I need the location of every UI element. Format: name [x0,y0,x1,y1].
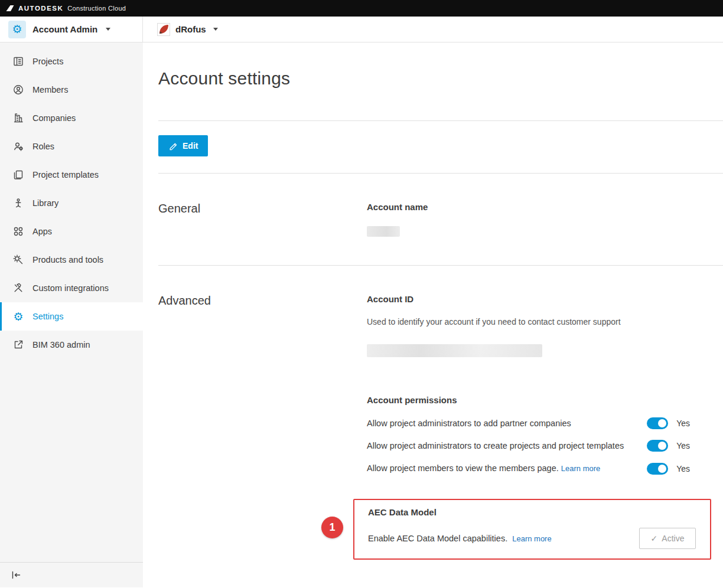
edit-button[interactable]: Edit [158,135,208,156]
account-id-value-redacted [367,344,542,357]
chevron-down-icon [106,28,110,31]
account-id-help-text: Used to identify your account if you nee… [367,317,711,326]
general-section: General Account name [158,174,723,265]
sidebar-item-projects[interactable]: Projects [0,47,143,76]
aec-description: Enable AEC Data Model capabilities. Lear… [368,534,552,543]
autodesk-logo-icon [6,5,14,12]
page-title: Account settings [158,68,723,89]
aec-active-button-label: Active [662,534,684,543]
aec-description-text: Enable AEC Data Model capabilities. [368,534,507,543]
sidebar-item-label: Apps [32,227,52,236]
pencil-icon [168,141,178,151]
members-icon [12,84,24,96]
companies-icon [12,112,24,124]
top-brand-bar: AUTODESK Construction Cloud [0,0,723,17]
permission-label: Allow project members to view the member… [367,462,639,475]
brand-name: AUTODESK [18,5,63,12]
toggle-knob [658,442,666,450]
main-content: Account settings Edit General Account na… [143,43,723,587]
toggle-create-projects-templates[interactable] [647,440,668,452]
products-tools-icon [12,254,24,266]
roles-icon [12,141,24,152]
divider [158,120,723,121]
permission-row: Allow project administrators to create p… [367,439,711,452]
sidebar-item-custom-integrations[interactable]: Custom integrations [0,274,143,302]
custom-integrations-icon [12,282,24,294]
toggle-value: Yes [676,419,690,428]
sidebar-item-label: Library [32,198,58,208]
module-switcher[interactable]: ⚙ Account Admin [0,17,143,42]
general-heading: General [158,202,367,237]
permission-label: Allow project administrators to create p… [367,439,639,452]
sidebar-item-label: Members [32,85,68,94]
aec-data-model-heading: AEC Data Model [368,507,696,517]
permission-row: Allow project administrators to add part… [367,417,711,430]
product-name: Construction Cloud [67,5,126,12]
sidebar-item-settings[interactable]: ⚙ Settings [0,302,143,331]
toggle-view-members-page[interactable] [647,463,668,475]
app-header: ⚙ Account Admin dRofus [0,17,723,43]
toggle-value: Yes [676,464,690,473]
permission-label: Allow project administrators to add part… [367,417,639,430]
sidebar-item-label: Project templates [32,170,99,179]
advanced-section: Advanced Account ID Used to identify you… [158,266,723,560]
sidebar-item-label: Projects [32,57,63,66]
sidebar: Projects Members Companies Roles Project… [0,43,143,587]
module-label: Account Admin [32,24,97,34]
annotation-highlight-box: 1 AEC Data Model Enable AEC Data Model c… [353,499,711,560]
toggle-add-partner-companies[interactable] [647,417,668,429]
permission-row: Allow project members to view the member… [367,462,711,475]
library-icon [12,197,24,209]
account-id-label: Account ID [367,294,711,304]
sidebar-footer [0,562,143,587]
sidebar-item-roles[interactable]: Roles [0,132,143,161]
drofus-logo-icon [157,23,170,36]
project-templates-icon [12,169,24,181]
aec-active-button[interactable]: ✓ Active [639,528,696,549]
sidebar-item-apps[interactable]: Apps [0,217,143,246]
sidebar-item-label: Products and tools [32,255,103,264]
annotation-step-badge: 1 [321,517,343,538]
sidebar-item-products-and-tools[interactable]: Products and tools [0,246,143,274]
toggle-knob [658,419,666,427]
sidebar-item-companies[interactable]: Companies [0,104,143,132]
sidebar-item-label: Settings [32,312,63,321]
sidebar-item-bim360-admin[interactable]: BIM 360 admin [0,331,143,359]
collapse-sidebar-button[interactable] [0,563,143,587]
account-name-value-redacted [367,226,400,237]
account-permissions-heading: Account permissions [367,395,711,405]
account-label: dRofus [175,24,206,34]
projects-icon [12,55,24,67]
collapse-sidebar-icon [10,569,22,581]
sidebar-item-members[interactable]: Members [0,76,143,104]
toggle-value: Yes [676,441,690,450]
apps-icon [12,226,24,237]
sidebar-item-label: Companies [32,113,76,123]
account-switcher[interactable]: dRofus [143,17,232,42]
account-name-label: Account name [367,202,711,212]
settings-icon: ⚙ [12,311,24,322]
sidebar-item-label: Roles [32,142,54,151]
learn-more-link[interactable]: Learn more [561,464,600,473]
check-icon: ✓ [651,534,658,543]
chevron-down-icon [213,28,218,31]
account-admin-gear-icon: ⚙ [8,21,26,38]
sidebar-item-label: BIM 360 admin [32,340,90,349]
learn-more-link[interactable]: Learn more [512,534,551,543]
sidebar-item-label: Custom integrations [32,283,109,293]
permission-label-text: Allow project members to view the member… [367,463,559,473]
edit-button-label: Edit [183,141,198,151]
sidebar-item-project-templates[interactable]: Project templates [0,161,143,189]
sidebar-item-library[interactable]: Library [0,189,143,217]
toggle-knob [658,465,666,473]
external-link-icon [12,339,24,351]
